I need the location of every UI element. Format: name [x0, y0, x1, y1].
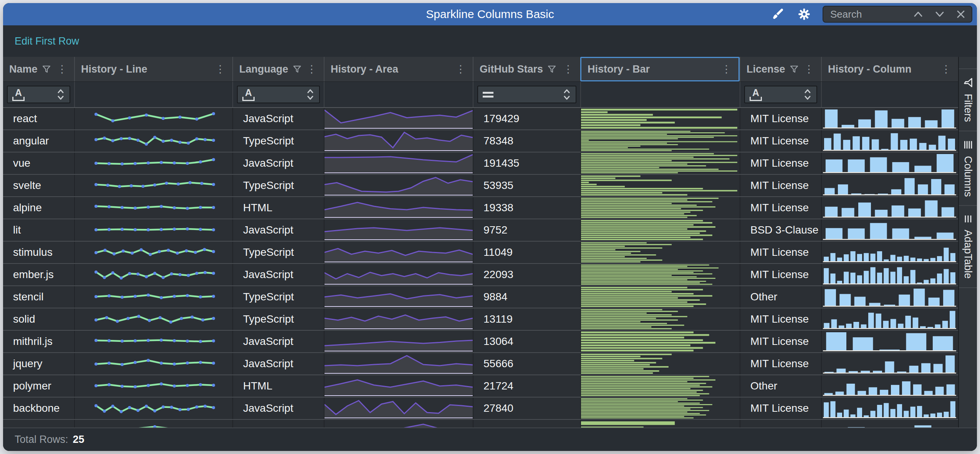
cell-stars[interactable]: 9884	[473, 286, 580, 308]
column-menu-icon[interactable]: ⋮	[562, 64, 574, 75]
cell-line[interactable]	[74, 353, 232, 374]
cell-stars[interactable]: 53935	[473, 175, 580, 196]
cell-stars[interactable]: 9752	[473, 219, 580, 241]
cell-cols[interactable]	[821, 353, 958, 374]
close-icon[interactable]	[956, 10, 965, 19]
cell-name[interactable]	[3, 420, 74, 427]
table-row[interactable]: jquery JavaScript 55666MIT License	[3, 353, 958, 375]
cell-name[interactable]: polymer	[3, 375, 74, 397]
cell-license[interactable]: Other	[740, 286, 821, 308]
cell-name[interactable]: solid	[3, 308, 74, 330]
cell-cols[interactable]	[821, 242, 958, 263]
cell-cols[interactable]	[821, 264, 958, 285]
cell-stars[interactable]: 13119	[473, 308, 580, 330]
cell-area[interactable]	[324, 331, 473, 352]
cell-name[interactable]: svelte	[3, 175, 74, 196]
spinner-chevrons-icon[interactable]	[563, 88, 571, 101]
cell-line[interactable]	[74, 108, 232, 129]
cell-bars[interactable]	[580, 197, 740, 219]
filter-spinner[interactable]	[563, 88, 571, 101]
chevron-up-icon[interactable]	[913, 10, 923, 18]
table-row[interactable]: alpine HTML 19338MIT License	[3, 197, 958, 219]
table-row[interactable]: angular TypeScript 78348MIT License	[3, 130, 958, 152]
cell-stars[interactable]: 78348	[473, 130, 580, 152]
column-menu-icon[interactable]: ⋮	[720, 64, 732, 75]
cell-name[interactable]: angular	[3, 130, 74, 152]
column-header-stars[interactable]: GitHub Stars ⋮	[473, 57, 580, 81]
cell-bars[interactable]	[580, 420, 740, 427]
cell-language[interactable]: TypeScript	[232, 130, 324, 152]
cell-area[interactable]	[324, 242, 473, 263]
brush-icon[interactable]	[770, 7, 786, 22]
cell-name[interactable]: vue	[3, 152, 74, 174]
gear-icon[interactable]	[796, 7, 812, 22]
cell-line[interactable]	[74, 175, 232, 196]
cell-language[interactable]: TypeScript	[232, 175, 324, 196]
cell-language[interactable]: HTML	[232, 197, 324, 219]
column-header-bars[interactable]: History - Bar⋮	[580, 57, 740, 81]
cell-license[interactable]: MIT License	[740, 353, 821, 374]
table-row[interactable]: stencil TypeScript 9884Other	[3, 286, 958, 308]
spinner-chevrons-icon[interactable]	[306, 88, 315, 101]
table-row[interactable]: stimulus TypeScript 11049MIT License	[3, 242, 958, 264]
cell-line[interactable]	[74, 308, 232, 330]
cell-line[interactable]	[74, 398, 232, 419]
cell-line[interactable]	[74, 264, 232, 285]
cell-license[interactable]: MIT License	[740, 175, 821, 196]
cell-stars[interactable]: 27840	[473, 398, 580, 419]
cell-area[interactable]	[324, 286, 473, 308]
column-header-language[interactable]: Language ⋮	[232, 57, 324, 81]
cell-cols[interactable]	[821, 108, 958, 129]
cell-cols[interactable]	[821, 197, 958, 219]
cell-cols[interactable]	[821, 375, 958, 397]
column-menu-icon[interactable]: ⋮	[214, 64, 226, 75]
table-row[interactable]: vue JavaScript 191435MIT License	[3, 152, 958, 175]
cell-language[interactable]: TypeScript	[232, 308, 324, 330]
cell-cols[interactable]	[821, 286, 958, 308]
cell-name[interactable]: lit	[3, 219, 74, 241]
cell-bars[interactable]	[580, 152, 740, 174]
cell-license[interactable]: MIT License	[740, 152, 821, 174]
table-row[interactable]	[3, 420, 958, 427]
cell-area[interactable]	[324, 398, 473, 419]
column-menu-icon[interactable]: ⋮	[455, 64, 467, 75]
cell-line[interactable]	[74, 331, 232, 352]
table-row[interactable]: mithril.js JavaScript 13064MIT License	[3, 331, 958, 353]
cell-area[interactable]	[324, 308, 473, 330]
cell-stars[interactable]: 13064	[473, 331, 580, 352]
cell-line[interactable]	[74, 152, 232, 174]
cell-name[interactable]: ember.js	[3, 264, 74, 285]
table-row[interactable]: ember.js JavaScript 22093MIT License	[3, 264, 958, 286]
cell-line[interactable]	[74, 420, 232, 427]
cell-line[interactable]	[74, 219, 232, 241]
table-row[interactable]: backbone JavaScript 27840MIT License	[3, 398, 958, 420]
cell-area[interactable]	[324, 264, 473, 285]
column-menu-icon[interactable]: ⋮	[940, 64, 952, 75]
filter-spinner[interactable]	[803, 88, 812, 101]
cell-language[interactable]: JavaScript	[232, 331, 324, 352]
cell-cols[interactable]	[821, 308, 958, 330]
cell-stars[interactable]: 21724	[473, 375, 580, 397]
cell-license[interactable]: Other	[740, 375, 821, 397]
cell-license[interactable]: MIT License	[740, 108, 821, 129]
column-menu-icon[interactable]: ⋮	[56, 64, 68, 75]
table-row[interactable]: svelte TypeScript 53935MIT License	[3, 175, 958, 197]
cell-area[interactable]	[324, 152, 473, 174]
chevron-down-icon[interactable]	[935, 10, 945, 18]
cell-language[interactable]: TypeScript	[232, 286, 324, 308]
cell-bars[interactable]	[580, 242, 740, 263]
filter-input-license[interactable]: A	[744, 86, 817, 103]
cell-bars[interactable]	[580, 286, 740, 308]
filter-spinner[interactable]	[306, 88, 315, 101]
cell-license[interactable]: BSD 3-Clause	[740, 219, 821, 241]
cell-area[interactable]	[324, 420, 473, 427]
cell-area[interactable]	[324, 375, 473, 397]
cell-line[interactable]	[74, 197, 232, 219]
cell-license[interactable]: MIT License	[740, 331, 821, 352]
column-header-line[interactable]: History - Line⋮	[74, 57, 232, 81]
cell-bars[interactable]	[580, 130, 740, 152]
cell-area[interactable]	[324, 108, 473, 129]
cell-bars[interactable]	[580, 219, 740, 241]
cell-name[interactable]: jquery	[3, 353, 74, 374]
cell-area[interactable]	[324, 130, 473, 152]
